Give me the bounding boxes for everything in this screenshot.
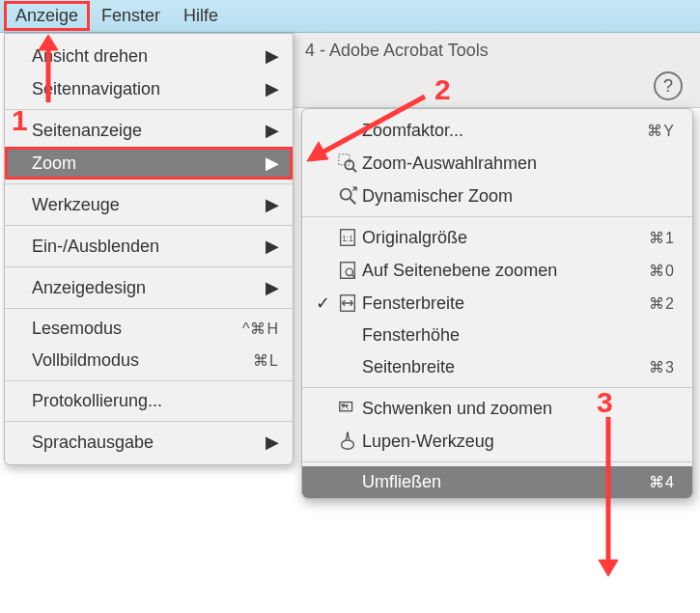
submenu-label: Dynamischer Zoom: [362, 186, 675, 207]
dynamic-zoom-icon: [333, 185, 362, 207]
svg-point-8: [346, 268, 352, 275]
submenu-arrow-icon: ▶: [266, 277, 279, 298]
menu-label: Seitenanzeige: [32, 121, 266, 141]
separator: [302, 387, 692, 388]
menu-item-werkzeuge[interactable]: Werkzeuge ▶: [5, 188, 293, 221]
menu-label: Vollbildmodus: [32, 350, 253, 371]
menu-hilfe[interactable]: Hilfe: [172, 1, 230, 31]
window-title: 4 - Adobe Acrobat Tools: [294, 33, 700, 69]
submenu-item-dynamischer-zoom[interactable]: Dynamischer Zoom: [302, 180, 692, 212]
fit-page-icon: [333, 260, 362, 281]
separator: [5, 308, 293, 309]
svg-line-18: [319, 97, 425, 154]
separator: [5, 421, 293, 422]
loupe-icon: [333, 431, 362, 452]
menu-item-ein-ausblenden[interactable]: Ein-/Ausblenden ▶: [5, 230, 293, 263]
svg-point-3: [341, 189, 351, 200]
pan-zoom-icon: [333, 398, 362, 419]
check-icon: ✓: [312, 293, 333, 314]
submenu-arrow-icon: ▶: [266, 45, 279, 67]
separator: [5, 183, 293, 184]
annotation-number-2: 2: [434, 73, 451, 106]
submenu-label: Fensterhöhe: [362, 325, 675, 346]
shortcut: ⌘0: [649, 262, 675, 280]
svg-point-15: [347, 432, 350, 434]
menu-label: Anzeigedesign: [32, 278, 266, 298]
submenu-item-umfliessen[interactable]: Umfließen ⌘4: [302, 466, 692, 498]
svg-marker-21: [599, 560, 618, 576]
separator: [5, 266, 293, 267]
svg-line-4: [350, 199, 356, 205]
annotation-arrow-1: [29, 35, 68, 112]
submenu-arrow-icon: ▶: [266, 194, 279, 215]
shortcut: ⌘1: [649, 229, 675, 247]
actual-size-icon: 1:1: [333, 227, 362, 248]
annotation-arrow-2: [299, 87, 444, 174]
menu-item-lesemodus[interactable]: Lesemodus ^⌘H: [5, 313, 293, 345]
shortcut: ⌘2: [649, 294, 675, 313]
menu-item-sprachausgabe[interactable]: Sprachausgabe ▶: [5, 426, 293, 459]
submenu-item-schwenken[interactable]: Schwenken und zoomen: [302, 392, 692, 425]
menu-item-anzeigedesign[interactable]: Anzeigedesign ▶: [5, 271, 293, 304]
submenu-label: Lupen-Werkzeug: [362, 432, 675, 452]
submenu-arrow-icon: ▶: [266, 236, 279, 257]
submenu-arrow-icon: ▶: [266, 432, 279, 453]
annotation-number-1: 1: [12, 104, 28, 137]
svg-marker-17: [39, 35, 58, 50]
menu-label: Protokollierung...: [32, 391, 279, 411]
submenu-item-lupen[interactable]: Lupen-Werkzeug: [302, 425, 692, 458]
menu-label: Werkzeuge: [32, 195, 266, 215]
submenu-arrow-icon: ▶: [266, 120, 279, 141]
submenu-item-originalgroesse[interactable]: 1:1 Originalgröße ⌘1: [302, 221, 692, 254]
menubar: Anzeige Fenster Hilfe: [0, 0, 700, 33]
annotation-number-3: 3: [597, 386, 613, 419]
separator: [302, 461, 692, 462]
submenu-label: Seitenbreite: [362, 357, 649, 377]
submenu-item-fensterbreite[interactable]: ✓ Fensterbreite ⌘2: [302, 287, 692, 320]
submenu-label: Schwenken und zoomen: [362, 399, 675, 419]
menu-item-seitenanzeige[interactable]: Seitenanzeige ▶: [5, 114, 293, 147]
submenu-label: Originalgröße: [362, 228, 649, 248]
submenu-arrow-icon: ▶: [266, 153, 279, 174]
separator: [5, 380, 293, 381]
submenu-label: Fensterbreite: [362, 293, 649, 314]
separator: [302, 216, 692, 217]
submenu-arrow-icon: ▶: [266, 78, 279, 99]
help-icon[interactable]: ?: [654, 71, 683, 100]
shortcut: ⌘4: [649, 473, 675, 491]
fit-width-icon: [333, 293, 362, 314]
submenu-item-fensterhoehe[interactable]: Fensterhöhe: [302, 320, 692, 351]
annotation-arrow-3: [589, 417, 628, 581]
shortcut: ^⌘H: [242, 320, 279, 338]
menu-anzeige[interactable]: Anzeige: [4, 1, 90, 31]
menu-label: Ein-/Ausblenden: [32, 237, 266, 257]
menu-label: Lesemodus: [32, 319, 242, 339]
separator: [5, 225, 293, 226]
menu-item-vollbildmodus[interactable]: Vollbildmodus ⌘L: [5, 345, 293, 376]
svg-text:1:1: 1:1: [342, 235, 353, 243]
menu-item-protokollierung[interactable]: Protokollierung...: [5, 385, 293, 417]
menu-label: Zoom: [32, 153, 266, 174]
menu-item-zoom[interactable]: Zoom ▶: [5, 147, 293, 180]
shortcut: ⌘3: [649, 358, 675, 376]
shortcut: ⌘Y: [647, 122, 675, 140]
shortcut: ⌘L: [253, 351, 279, 370]
submenu-label: Auf Seitenebene zoomen: [362, 261, 649, 281]
svg-point-14: [342, 440, 354, 449]
submenu-item-seitenbreite[interactable]: Seitenbreite ⌘3: [302, 351, 692, 383]
menu-label: Sprachausgabe: [32, 432, 266, 453]
submenu-item-auf-seitenebene[interactable]: Auf Seitenebene zoomen ⌘0: [302, 254, 692, 287]
menu-fenster[interactable]: Fenster: [90, 1, 172, 31]
